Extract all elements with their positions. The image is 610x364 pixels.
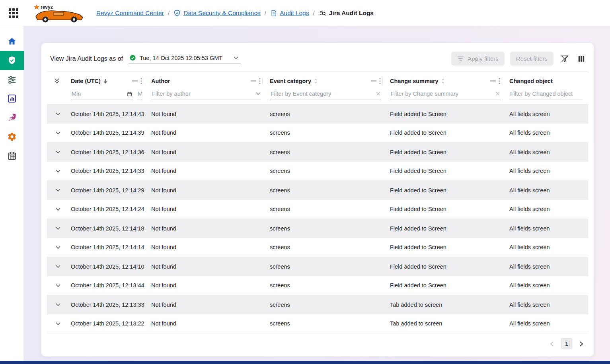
change-summary-filter[interactable] [390,89,501,99]
table-row[interactable]: October 14th 2025, 12:14:39 Not found sc… [47,124,588,143]
chevron-down-icon [55,284,61,287]
sidebar [0,26,24,361]
cell-event-category: screens [267,162,387,181]
expand-row-button[interactable] [54,187,62,194]
column-header-event-category[interactable]: Event category [270,78,311,84]
expand-row-button[interactable] [54,301,62,308]
column-header-changed-object[interactable]: Changed object [509,78,553,84]
cell-change-summary: Field added to Screen [387,276,506,295]
sidebar-item-security[interactable] [0,51,24,70]
column-filter-icon[interactable] [250,79,257,83]
cell-changed-object: All fields screen [506,238,588,257]
sidebar-item-schedule[interactable] [0,146,24,165]
shield-check-icon [173,10,181,17]
chevron-down-icon [55,150,61,154]
date-min-input[interactable] [72,91,125,97]
date-max-filter[interactable] [137,89,142,99]
column-menu-icon[interactable] [499,78,500,84]
cell-change-summary: Field added to Screen [387,257,506,276]
chevron-down-icon [55,188,61,192]
column-filter-icon[interactable] [490,79,496,83]
cell-event-category: screens [267,219,387,238]
cell-author: Not found [148,276,267,295]
page-number[interactable]: 1 [561,338,572,349]
expand-row-button[interactable] [54,244,62,251]
column-header-change-summary[interactable]: Change summary [390,78,438,84]
sort-both-icon[interactable] [441,78,445,84]
as-of-timestamp-select[interactable]: Tue, 14 Oct 2025 12:05:53 GMT [129,53,241,64]
column-settings-button[interactable] [576,54,587,64]
date-max-input[interactable] [138,91,142,97]
sliders-icon [7,75,17,84]
sidebar-item-configuration[interactable] [0,127,24,146]
table-row[interactable]: October 14th 2025, 12:13:22 Not found sc… [47,314,588,333]
table-row[interactable]: October 14th 2025, 12:14:14 Not found sc… [47,238,588,257]
table-row[interactable]: October 14th 2025, 12:13:33 Not found sc… [47,295,588,314]
top-bar: revyz Revyz Command Center / Data Securi… [0,0,610,26]
table-row[interactable]: October 14th 2025, 12:13:44 Not found sc… [47,276,588,295]
breadcrumb-audit-logs[interactable]: Audit Logs [270,10,309,17]
changed-object-filter[interactable] [509,89,583,99]
column-filter-icon[interactable] [132,79,138,83]
cell-change-summary: Field added to Screen [387,219,506,238]
clear-icon[interactable] [495,91,500,96]
revyz-logo[interactable]: revyz [33,4,85,23]
table-row[interactable]: October 14th 2025, 12:14:43 Not found sc… [47,105,588,124]
chevron-down-icon [55,246,61,249]
event-category-filter-input[interactable] [271,91,374,97]
sidebar-item-home[interactable] [0,32,24,51]
expand-row-button[interactable] [54,263,62,270]
sidebar-item-settings-sliders[interactable] [0,70,24,89]
table-row[interactable]: October 14th 2025, 12:14:29 Not found sc… [47,181,588,200]
next-page-button[interactable] [579,340,584,348]
expand-row-button[interactable] [54,320,62,327]
sort-desc-icon[interactable] [103,78,108,84]
expand-all-button[interactable] [53,76,61,85]
clear-icon[interactable] [376,91,380,96]
cell-changed-object: All fields screen [506,314,588,333]
expand-row-button[interactable] [54,225,62,232]
logo-wordmark: revyz [41,4,53,10]
columns-icon [578,55,585,62]
expand-row-button[interactable] [54,282,62,289]
cell-changed-object: All fields screen [506,143,588,162]
expand-row-button[interactable] [54,149,62,155]
change-summary-filter-input[interactable] [391,91,493,97]
expand-row-button[interactable] [54,110,62,117]
clear-all-filters-button[interactable] [559,53,571,64]
column-filter-icon[interactable] [370,79,377,83]
calendar-picker-icon[interactable] [127,91,132,97]
column-header-date[interactable]: Date (UTC) [71,78,101,84]
expand-row-button[interactable] [54,168,62,174]
breadcrumb-command-center[interactable]: Revyz Command Center [96,10,164,17]
table-row[interactable]: October 14th 2025, 12:14:36 Not found sc… [47,143,588,162]
author-filter-input[interactable] [152,91,253,97]
expand-row-button[interactable] [54,130,62,136]
cell-event-category: screens [267,276,387,295]
table-row[interactable]: October 14th 2025, 12:14:10 Not found sc… [47,257,588,276]
author-filter[interactable] [151,89,261,99]
cell-date: October 14th 2025, 12:14:43 [68,105,148,124]
prev-page-button[interactable] [549,340,555,348]
app-launcher-icon[interactable] [7,7,20,19]
table-row[interactable]: October 14th 2025, 12:14:24 Not found sc… [47,200,588,219]
apply-filters-button[interactable]: Apply filters [451,52,505,66]
expand-row-button[interactable] [54,206,62,213]
date-min-filter[interactable] [71,89,133,99]
column-menu-icon[interactable] [379,78,381,84]
column-menu-icon[interactable] [140,78,142,84]
column-header-author[interactable]: Author [151,78,170,84]
chevron-down-icon [55,303,61,306]
reset-filters-button[interactable]: Reset filters [510,52,553,66]
table-row[interactable]: October 14th 2025, 12:14:18 Not found sc… [47,219,588,238]
chevron-down-icon[interactable] [256,92,260,95]
event-category-filter[interactable] [270,89,381,99]
sidebar-item-launch[interactable] [0,108,24,127]
column-menu-icon[interactable] [259,78,261,84]
calendar-icon [7,151,17,161]
table-row[interactable]: October 14th 2025, 12:14:33 Not found sc… [47,162,588,181]
breadcrumb-data-security[interactable]: Data Security & Compliance [173,10,261,17]
changed-object-filter-input[interactable] [510,91,582,97]
sort-both-icon[interactable] [314,78,318,84]
sidebar-item-reports[interactable] [0,89,24,108]
